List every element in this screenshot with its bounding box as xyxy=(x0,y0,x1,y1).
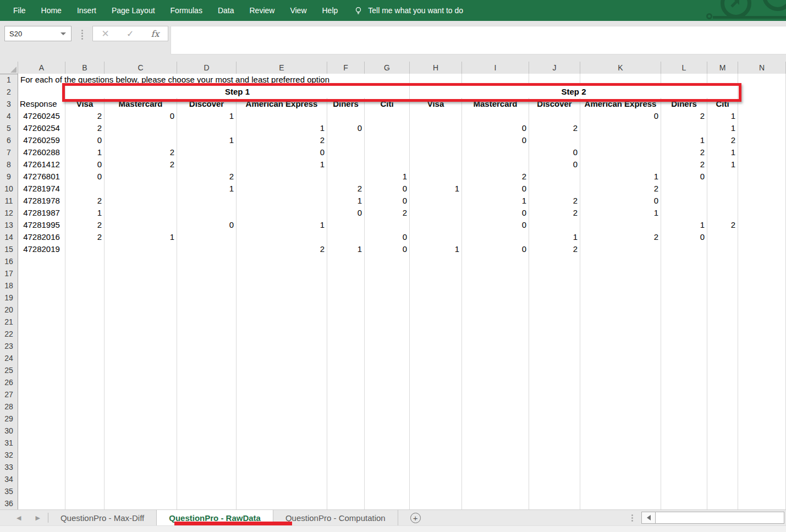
cell-I8[interactable] xyxy=(462,158,529,171)
cell-F14[interactable] xyxy=(327,231,365,244)
cell-I13[interactable]: 0 xyxy=(462,219,529,232)
cell-I36[interactable] xyxy=(462,497,529,510)
row-header-31[interactable]: 31 xyxy=(0,437,18,449)
cell-F29[interactable] xyxy=(327,413,365,425)
cell-I34[interactable] xyxy=(462,473,529,486)
cell-B36[interactable] xyxy=(65,497,105,510)
row-header-30[interactable]: 30 xyxy=(0,425,18,437)
cell-K23[interactable] xyxy=(580,340,661,353)
menu-view[interactable]: View xyxy=(282,0,314,21)
cell-L14[interactable]: 0 xyxy=(661,231,707,244)
cell-D28[interactable] xyxy=(177,401,237,413)
cell-G32[interactable] xyxy=(365,449,410,462)
cell-E32[interactable] xyxy=(237,449,327,462)
cell-G18[interactable] xyxy=(365,279,410,292)
cell-H23[interactable] xyxy=(410,340,462,353)
menu-page-layout[interactable]: Page Layout xyxy=(104,0,163,21)
cell-G24[interactable] xyxy=(365,352,410,365)
cell-G23[interactable] xyxy=(365,340,410,353)
cell-H13[interactable] xyxy=(410,219,462,232)
row-header-5[interactable]: 5 xyxy=(0,122,18,135)
cell-D16[interactable] xyxy=(177,255,237,268)
cell-N10[interactable] xyxy=(738,183,786,195)
cell-N32[interactable] xyxy=(738,449,786,462)
cell-H27[interactable] xyxy=(410,388,462,401)
cell-J15[interactable]: 2 xyxy=(529,243,580,256)
cell-C15[interactable] xyxy=(105,243,177,256)
cell-G33[interactable] xyxy=(365,461,410,474)
cell-M26[interactable] xyxy=(707,376,738,389)
cell-F36[interactable] xyxy=(327,497,365,510)
cell-A5[interactable]: 47260254 xyxy=(18,122,65,135)
cell-B23[interactable] xyxy=(65,340,105,353)
cell-J25[interactable] xyxy=(529,364,580,377)
cell-K33[interactable] xyxy=(580,461,661,474)
cell-J1[interactable] xyxy=(529,74,580,86)
cell-D27[interactable] xyxy=(177,388,237,401)
cell-J16[interactable] xyxy=(529,255,580,268)
cell-N34[interactable] xyxy=(738,473,786,486)
cell-D12[interactable] xyxy=(177,207,237,220)
cell-I1[interactable] xyxy=(462,74,529,86)
cell-B6[interactable]: 0 xyxy=(65,134,105,147)
cell-F9[interactable] xyxy=(327,171,365,183)
scrollbar-grip[interactable] xyxy=(631,514,633,516)
cell-I18[interactable] xyxy=(462,279,529,292)
cell-K1[interactable] xyxy=(580,74,661,86)
name-box-input[interactable] xyxy=(5,30,61,38)
cell-E3[interactable]: American Express xyxy=(237,98,327,111)
cell-K4[interactable]: 0 xyxy=(580,110,661,123)
cell-C5[interactable] xyxy=(105,122,177,135)
cell-M20[interactable] xyxy=(707,304,738,316)
cell-G7[interactable] xyxy=(365,146,410,159)
cell-F8[interactable] xyxy=(327,158,365,171)
cell-C16[interactable] xyxy=(105,255,177,268)
cell-F22[interactable] xyxy=(327,328,365,341)
row-header-3[interactable]: 3 xyxy=(0,98,18,111)
cell-B33[interactable] xyxy=(65,461,105,474)
cell-L12[interactable] xyxy=(661,207,707,220)
cell-E12[interactable] xyxy=(237,207,327,220)
cell-M16[interactable] xyxy=(707,255,738,268)
row-header-17[interactable]: 17 xyxy=(0,267,18,280)
menu-help[interactable]: Help xyxy=(315,0,346,21)
cell-C34[interactable] xyxy=(105,473,177,486)
cell-E10[interactable] xyxy=(237,183,327,195)
row-header-13[interactable]: 13 xyxy=(0,219,18,232)
cell-N20[interactable] xyxy=(738,304,786,316)
cell-M13[interactable]: 2 xyxy=(707,219,738,232)
cell-I29[interactable] xyxy=(462,413,529,425)
cell-F20[interactable] xyxy=(327,304,365,316)
cell-D20[interactable] xyxy=(177,304,237,316)
row-header-9[interactable]: 9 xyxy=(0,171,18,183)
cell-K29[interactable] xyxy=(580,413,661,425)
cell-F6[interactable] xyxy=(327,134,365,147)
cell-I26[interactable] xyxy=(462,376,529,389)
cell-F34[interactable] xyxy=(327,473,365,486)
cell-L26[interactable] xyxy=(661,376,707,389)
cell-E6[interactable]: 2 xyxy=(237,134,327,147)
cell-H32[interactable] xyxy=(410,449,462,462)
menu-formulas[interactable]: Formulas xyxy=(163,0,210,21)
cell-C12[interactable] xyxy=(105,207,177,220)
cell-J27[interactable] xyxy=(529,388,580,401)
cell-J7[interactable]: 0 xyxy=(529,146,580,159)
cell-B32[interactable] xyxy=(65,449,105,462)
cell-M7[interactable]: 1 xyxy=(707,146,738,159)
cell-H4[interactable] xyxy=(410,110,462,123)
cell-L15[interactable] xyxy=(661,243,707,256)
column-header-N[interactable]: N xyxy=(738,62,786,74)
cell-G4[interactable] xyxy=(365,110,410,123)
cell-F21[interactable] xyxy=(327,316,365,328)
row-header-15[interactable]: 15 xyxy=(0,243,18,256)
cell-M11[interactable] xyxy=(707,195,738,207)
cell-H22[interactable] xyxy=(410,328,462,341)
cell-L17[interactable] xyxy=(661,267,707,280)
cell-I7[interactable] xyxy=(462,146,529,159)
cell-B30[interactable] xyxy=(65,425,105,437)
cell-G10[interactable]: 0 xyxy=(365,183,410,195)
cell-I5[interactable]: 0 xyxy=(462,122,529,135)
cell-A28[interactable] xyxy=(18,401,65,413)
cell-M15[interactable] xyxy=(707,243,738,256)
cell-A22[interactable] xyxy=(18,328,65,341)
